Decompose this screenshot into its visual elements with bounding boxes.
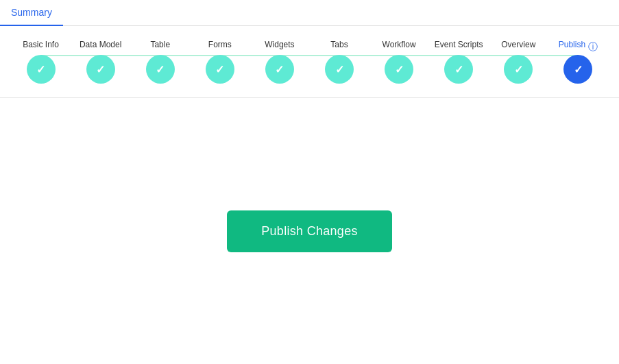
step-widgets[interactable]: Widgets ✓: [250, 40, 309, 84]
step-circle-table: ✓: [146, 55, 175, 84]
step-circle-forms: ✓: [206, 55, 234, 84]
step-label-overview: Overview: [501, 40, 535, 49]
checkmark-widgets: ✓: [275, 63, 284, 76]
steps-container: Basic Info ✓ Data Model ✓ Table ✓ Forms …: [0, 26, 619, 98]
step-label-forms: Forms: [208, 40, 232, 49]
step-label-basic-info: Basic Info: [23, 40, 59, 49]
step-label-workflow: Workflow: [383, 40, 416, 49]
step-circle-event-scripts: ✓: [444, 55, 473, 84]
checkmark-overview: ✓: [514, 63, 523, 76]
step-label-table: Table: [150, 40, 170, 49]
checkmark-event-scripts: ✓: [454, 63, 463, 76]
step-table[interactable]: Table ✓: [130, 40, 190, 84]
step-overview[interactable]: Overview ✓: [489, 40, 548, 84]
checkmark-publish: ✓: [574, 63, 583, 76]
step-basic-info[interactable]: Basic Info ✓: [11, 40, 71, 84]
step-data-model[interactable]: Data Model ✓: [71, 40, 130, 84]
step-circle-widgets: ✓: [265, 55, 294, 84]
checkmark-data-model: ✓: [96, 63, 105, 76]
publish-label-wrapper: Publish ⓘ: [559, 40, 598, 55]
step-label-tabs: Tabs: [330, 40, 348, 49]
checkmark-table: ✓: [156, 63, 165, 76]
checkmark-workflow: ✓: [395, 63, 404, 76]
info-icon[interactable]: ⓘ: [588, 41, 598, 53]
step-circle-tabs: ✓: [325, 55, 354, 84]
step-circle-publish: ✓: [563, 55, 592, 84]
main-content: Publish Changes: [0, 98, 619, 364]
step-workflow[interactable]: Workflow ✓: [369, 40, 429, 84]
step-label-event-scripts: Event Scripts: [435, 40, 483, 49]
step-label-publish: Publish: [559, 40, 585, 49]
step-publish[interactable]: Publish ⓘ ✓: [548, 40, 608, 84]
checkmark-basic-info: ✓: [36, 63, 45, 76]
step-event-scripts[interactable]: Event Scripts ✓: [429, 40, 489, 84]
checkmark-tabs: ✓: [335, 63, 344, 76]
step-circle-basic-info: ✓: [27, 55, 56, 84]
step-circle-data-model: ✓: [86, 55, 115, 84]
step-tabs[interactable]: Tabs ✓: [309, 40, 369, 84]
step-forms[interactable]: Forms ✓: [190, 40, 250, 84]
summary-tab[interactable]: Summary: [0, 0, 63, 26]
publish-changes-button[interactable]: Publish Changes: [227, 210, 392, 252]
page-container: Summary Basic Info ✓ Data Model ✓ Table …: [0, 0, 619, 364]
step-circle-overview: ✓: [504, 55, 533, 84]
step-label-data-model: Data Model: [80, 40, 121, 49]
tab-bar: Summary: [0, 0, 619, 26]
checkmark-forms: ✓: [215, 63, 224, 76]
step-circle-workflow: ✓: [385, 55, 413, 84]
step-label-widgets: Widgets: [265, 40, 294, 49]
